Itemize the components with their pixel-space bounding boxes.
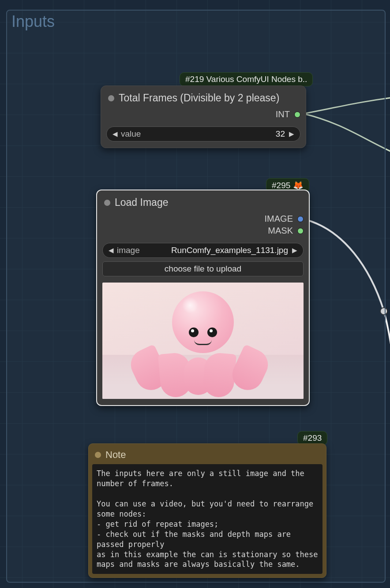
note-text[interactable]: The inputs here are only a still image a…: [92, 464, 322, 574]
output-port-image[interactable]: IMAGE: [97, 213, 309, 225]
collapse-dot-icon[interactable]: [95, 452, 101, 458]
port-socket-icon[interactable]: [297, 228, 304, 234]
node-total-frames[interactable]: Total Frames (Divisible by 2 please) INT…: [101, 86, 306, 148]
port-label: INT: [276, 109, 290, 119]
upload-button[interactable]: choose file to upload: [102, 261, 304, 276]
node-title: Total Frames (Divisible by 2 please): [119, 92, 279, 104]
node-title: Note: [105, 449, 126, 461]
group-title: Inputs: [7, 11, 385, 33]
collapse-dot-icon[interactable]: [108, 95, 114, 101]
node-header[interactable]: Load Image: [97, 190, 309, 213]
widget-label: value: [121, 129, 141, 139]
widget-label: image: [117, 246, 140, 255]
chevron-left-icon[interactable]: ◀: [107, 246, 115, 254]
node-header[interactable]: Total Frames (Divisible by 2 please): [101, 86, 306, 108]
node-header[interactable]: Note: [89, 444, 326, 464]
chevron-right-icon[interactable]: ▶: [291, 246, 299, 254]
output-port-int[interactable]: INT: [101, 108, 306, 120]
node-title: Load Image: [115, 197, 168, 208]
port-socket-icon[interactable]: [294, 112, 300, 118]
port-label: IMAGE: [265, 214, 293, 224]
output-port-mask[interactable]: MASK: [97, 225, 309, 237]
node-note[interactable]: Note The inputs here are only a still im…: [88, 443, 326, 578]
widget-value: RunComfy_examples_1131.jpg: [171, 246, 288, 255]
image-preview[interactable]: [102, 283, 304, 399]
upload-button-label: choose file to upload: [165, 264, 241, 274]
chevron-left-icon[interactable]: ◀: [111, 130, 119, 138]
chevron-right-icon[interactable]: ▶: [288, 130, 296, 138]
port-label: MASK: [268, 226, 293, 236]
image-selector[interactable]: ◀ image RunComfy_examples_1131.jpg ▶: [102, 243, 304, 258]
node-load-image[interactable]: Load Image IMAGE MASK ◀ image RunComfy_e…: [96, 190, 310, 406]
value-stepper[interactable]: ◀ value 32 ▶: [106, 127, 300, 141]
node-badge-total-frames: #219 Various ComfyUI Nodes b..: [180, 72, 313, 86]
collapse-dot-icon[interactable]: [104, 200, 110, 206]
widget-value: 32: [276, 129, 285, 139]
port-socket-icon[interactable]: [297, 216, 304, 222]
